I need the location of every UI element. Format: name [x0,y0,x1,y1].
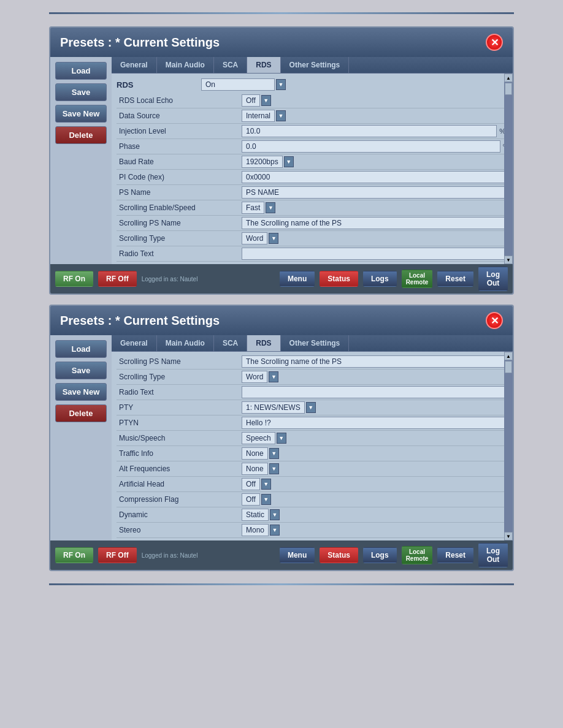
panel2-logs-button[interactable]: Logs [363,547,397,563]
delete-button[interactable]: Delete [55,126,107,144]
panel-2-scrollbar[interactable]: ▲ ▼ [504,352,513,540]
panel2-alt-frequencies-arrow[interactable]: ▼ [269,463,279,474]
panel2-tab-general[interactable]: General [112,335,157,351]
panel2-scrolling-type-arrow[interactable]: ▼ [269,371,278,382]
panel-1-status-bar: RF On RF Off Logged in as: Nautel Menu S… [50,264,513,294]
panel2-artificial-head-arrow[interactable]: ▼ [261,479,271,490]
scrolling-type-arrow[interactable]: ▼ [269,233,278,244]
panel2-tab-other-settings[interactable]: Other Settings [281,335,350,351]
bottom-decorative-line [49,583,514,585]
field-label-injection-level: Injection Level [119,127,242,135]
scrollbar-down-arrow[interactable]: ▼ [504,256,513,264]
scrollbar-thumb[interactable] [505,83,512,95]
panel-2-sidebar: Load Save Save New Delete [50,335,112,540]
phase-value[interactable]: 0.0 [242,140,500,153]
panel2-rf-on-button[interactable]: RF On [55,547,93,563]
scrolling-ps-name-value[interactable]: The Scrolling name of the PS [242,217,505,229]
rds-local-echo-wrapper: Off ▼ [242,94,271,107]
panel2-field-label-scrolling-ps-name: Scrolling PS Name [119,357,242,366]
panel2-traffic-info-arrow[interactable]: ▼ [269,448,279,459]
rds-section-label: RDS [117,80,196,89]
radio-text-value[interactable] [242,248,505,260]
local-remote-button[interactable]: LocalRemote [402,270,433,288]
panel2-dynamic-arrow[interactable]: ▼ [270,509,280,520]
scrolling-speed-value: Fast [242,202,264,214]
panel2-scrollbar-thumb[interactable] [505,361,512,373]
panel2-radio-text-value[interactable] [242,386,505,398]
panel-1-main-content: General Main Audio SCA RDS Other Setting… [112,57,513,264]
panel2-tab-main-audio[interactable]: Main Audio [157,335,214,351]
logs-button[interactable]: Logs [363,271,397,287]
scrollbar-up-arrow[interactable]: ▲ [504,74,513,82]
panel-1-scrollbar[interactable]: ▲ ▼ [504,74,513,264]
panel-2-status-bar: RF On RF Off Logged in as: Nautel Menu S… [50,540,513,570]
scrolling-speed-arrow[interactable]: ▼ [266,202,275,213]
panel-1-close-button[interactable]: ✕ [486,34,503,51]
panel2-field-label-music-speech: Music/Speech [119,434,242,442]
scrolling-type-value: Word [242,232,267,245]
field-label-radio-text: Radio Text [119,249,242,258]
panel2-ptyn-value[interactable]: Hello !? [242,417,505,429]
data-source-arrow[interactable]: ▼ [276,110,286,121]
field-row-scrolling-ps-name: Scrolling PS Name The Scrolling name of … [117,216,508,231]
rds-dropdown-arrow[interactable]: ▼ [276,79,286,90]
panel-1-content-area: RDS On ▼ RDS Local Echo Off ▼ [112,74,513,264]
tab-main-audio[interactable]: Main Audio [157,57,214,73]
panel2-status-button[interactable]: Status [320,547,358,563]
panel2-tab-rds[interactable]: RDS [247,335,280,351]
panel2-music-speech-arrow[interactable]: ▼ [277,433,286,444]
tab-other-settings[interactable]: Other Settings [281,57,350,73]
panel2-delete-button[interactable]: Delete [55,404,107,422]
panel2-scrollbar-up-arrow[interactable]: ▲ [504,352,513,360]
panel2-menu-button[interactable]: Menu [280,547,315,563]
load-button[interactable]: Load [55,62,107,80]
panel2-field-label-radio-text: Radio Text [119,388,242,396]
panel2-save-button[interactable]: Save [55,362,107,379]
injection-level-value[interactable]: 10.0 [242,125,497,137]
tab-sca[interactable]: SCA [214,57,247,73]
rds-local-echo-arrow[interactable]: ▼ [261,95,271,106]
panel2-field-label-scrolling-type: Scrolling Type [119,373,242,381]
panel-2-close-button[interactable]: ✕ [486,312,503,329]
panel2-stereo-value: Mono [242,524,269,536]
panel-2-title: Presets : * Current Settings [60,314,220,328]
reset-button[interactable]: Reset [437,271,473,287]
field-label-scrolling-type: Scrolling Type [119,234,242,243]
menu-button[interactable]: Menu [280,271,315,287]
field-row-scrolling-speed: Scrolling Enable/Speed Fast ▼ [117,200,508,216]
panel2-load-button[interactable]: Load [55,340,107,358]
panel2-compression-flag-arrow[interactable]: ▼ [261,494,271,505]
rf-on-button[interactable]: RF On [55,271,93,287]
panel2-stereo-arrow[interactable]: ▼ [270,525,280,536]
status-button[interactable]: Status [320,271,358,287]
panel2-artificial-head-wrapper: Off ▼ [242,478,271,490]
panel2-save-new-button[interactable]: Save New [55,383,107,401]
logout-button[interactable]: LogOut [478,267,508,291]
panel2-scrolling-ps-name-value[interactable]: The Scrolling name of the PS [242,355,505,368]
panel2-logged-in-label: Logged in as: Nautel [142,552,275,559]
tab-general[interactable]: General [112,57,157,73]
pi-code-value[interactable]: 0x0000 [242,171,505,183]
ps-name-value[interactable]: PS NAME [242,186,505,199]
panel-1-title: Presets : * Current Settings [60,36,220,50]
panel2-logout-button[interactable]: LogOut [478,543,508,567]
panel2-pty-arrow[interactable]: ▼ [306,402,316,413]
field-row-data-source: Data Source Internal ▼ [117,108,508,124]
panel2-rf-off-button[interactable]: RF Off [98,547,137,563]
preset-panel-1: Presets : * Current Settings ✕ Load Save… [49,26,514,295]
panel2-local-remote-button[interactable]: LocalRemote [402,546,433,564]
tab-rds[interactable]: RDS [247,57,280,73]
panel-2-header: Presets : * Current Settings ✕ [50,306,513,335]
field-row-radio-text: Radio Text [117,246,508,262]
baud-rate-arrow[interactable]: ▼ [284,156,294,167]
rf-off-button[interactable]: RF Off [98,271,137,287]
save-new-button[interactable]: Save New [55,105,107,123]
field-row-phase: Phase 0.0 ° [117,139,508,154]
save-button[interactable]: Save [55,83,107,101]
panel2-field-row-traffic-info: Traffic Info None ▼ [117,446,508,461]
panel2-reset-button[interactable]: Reset [437,547,473,563]
panel2-field-label-stereo: Stereo [119,526,242,534]
field-row-injection-level: Injection Level 10.0 % [117,124,508,139]
panel2-scrollbar-down-arrow[interactable]: ▼ [504,532,513,540]
panel2-tab-sca[interactable]: SCA [214,335,247,351]
